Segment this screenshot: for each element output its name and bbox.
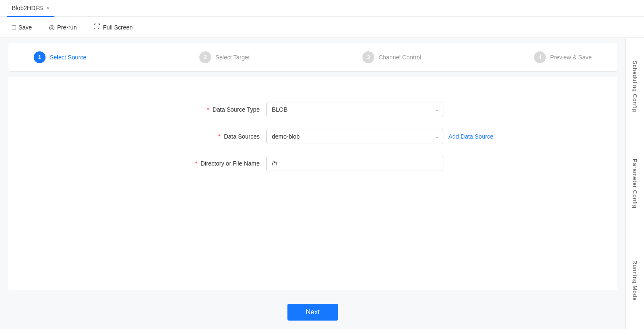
data-sources-select[interactable]: demo-blob	[266, 129, 443, 144]
step-1-label: Select Source	[50, 54, 86, 61]
sidebar-tab-parameter-config[interactable]: Parameter Config	[626, 135, 644, 233]
step-4[interactable]: 4 Preview & Save	[534, 51, 592, 63]
step-1-number: 1	[38, 54, 41, 60]
step-4-label: Preview & Save	[550, 54, 592, 61]
step-2-number: 2	[204, 54, 207, 60]
add-data-source-link[interactable]: Add Data Source	[448, 133, 494, 140]
data-source-type-select-wrapper: BLOB S3 FTP HDFS ⌄	[266, 102, 443, 117]
tab-title: Blob2HDFS	[12, 5, 43, 11]
steps-bar: 1 Select Source 2 Select Target 3 C	[8, 43, 617, 72]
data-sources-row: * Data Sources demo-blob ⌄ Add Data Sour…	[182, 129, 443, 144]
form-area: * Data Source Type BLOB S3 FTP HDFS ⌄	[8, 77, 617, 290]
step-divider-1	[93, 57, 193, 57]
data-source-type-row: * Data Source Type BLOB S3 FTP HDFS ⌄	[182, 102, 443, 117]
data-source-row-container: demo-blob ⌄ Add Data Source	[266, 129, 494, 144]
directory-label: * Directory or File Name	[182, 160, 266, 167]
data-source-type-required: *	[207, 106, 209, 113]
title-bar: Blob2HDFS ×	[0, 0, 644, 17]
data-sources-label: * Data Sources	[182, 133, 266, 140]
step-1[interactable]: 1 Select Source	[34, 51, 86, 63]
save-button[interactable]: □ Save	[8, 22, 35, 33]
sidebar-tab-scheduling-config[interactable]: Scheduling Config	[626, 38, 644, 135]
directory-input[interactable]	[266, 156, 443, 171]
data-sources-select-wrapper: demo-blob ⌄	[266, 129, 443, 144]
content-area: 1 Select Source 2 Select Target 3 C	[0, 38, 625, 329]
step-1-circle: 1	[34, 51, 46, 63]
tab-blob2hdfs[interactable]: Blob2HDFS ×	[7, 0, 54, 17]
save-icon: □	[12, 24, 16, 31]
step-divider-3	[428, 57, 527, 57]
data-sources-control: demo-blob ⌄ Add Data Source	[266, 129, 494, 144]
full-screen-icon	[94, 23, 100, 32]
main-layout: 1 Select Source 2 Select Target 3 C	[0, 38, 644, 329]
step-4-number: 4	[539, 54, 542, 60]
step-2[interactable]: 2 Select Target	[199, 51, 250, 63]
step-3-circle: 3	[362, 51, 374, 63]
full-screen-button[interactable]: Full Screen	[90, 21, 136, 33]
step-3[interactable]: 3 Channel Control	[362, 51, 421, 63]
full-screen-label: Full Screen	[103, 24, 133, 31]
tab-close-button[interactable]: ×	[46, 5, 49, 11]
step-2-label: Select Target	[215, 54, 250, 61]
step-3-label: Channel Control	[378, 54, 421, 61]
toolbar: □ Save ◎ Pre-run Full Screen	[0, 17, 644, 38]
step-4-circle: 4	[534, 51, 546, 63]
directory-row: * Directory or File Name	[182, 156, 443, 171]
data-source-type-control: BLOB S3 FTP HDFS ⌄	[266, 102, 443, 117]
data-source-type-select[interactable]: BLOB S3 FTP HDFS	[266, 102, 443, 117]
bottom-bar: Next	[0, 295, 625, 329]
directory-required: *	[195, 160, 197, 167]
pre-run-button[interactable]: ◎ Pre-run	[46, 21, 80, 33]
next-button[interactable]: Next	[287, 304, 338, 321]
pre-run-label: Pre-run	[57, 24, 77, 31]
save-label: Save	[19, 24, 32, 31]
step-divider-2	[256, 57, 356, 57]
data-sources-required: *	[218, 133, 220, 140]
sidebar-tab-running-mode[interactable]: Running Mode	[626, 232, 644, 329]
directory-control	[266, 156, 443, 171]
pre-run-icon: ◎	[49, 23, 55, 31]
step-3-number: 3	[367, 54, 370, 60]
form-inner: * Data Source Type BLOB S3 FTP HDFS ⌄	[182, 102, 443, 183]
steps-container: 1 Select Source 2 Select Target 3 C	[34, 51, 592, 63]
data-source-type-label: * Data Source Type	[182, 106, 266, 113]
step-2-circle: 2	[199, 51, 211, 63]
right-sidebar: Scheduling Config Parameter Config Runni…	[625, 38, 644, 329]
